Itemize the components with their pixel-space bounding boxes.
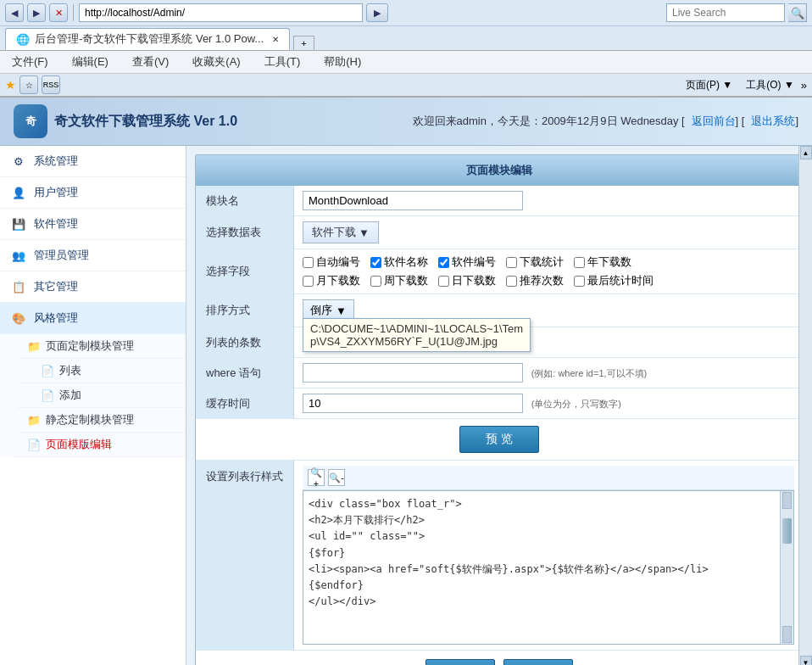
cb-download-stat-input[interactable] [506,257,517,268]
style-icon: 🎨 [10,310,27,327]
table-value: 软件下载 ▼ [294,216,804,249]
cb-week-download[interactable]: 周下载数 [370,273,428,288]
back-button[interactable]: ◀ [5,3,24,22]
search-box[interactable] [666,3,785,22]
code-toolbar: 🔍+ 🔍- [303,466,794,490]
cb-auto-num[interactable]: 自动编号 [303,254,360,270]
browser-toolbar2: ★ ☆ RSS 页面(P) ▼ 工具(O) ▼ » [0,74,812,97]
browser-tab-main[interactable]: 🌐 后台管理-奇文软件下载管理系统 Ver 1.0 Pow... ✕ [5,28,290,50]
checkbox-row1: 自动编号 软件名称 软件编号 下载统计 年下载数 [303,254,794,270]
sidebar-item-style[interactable]: 🎨 风格管理 [0,303,186,334]
cb-recommend-input[interactable] [506,276,517,287]
scroll-up-arrow[interactable]: ▲ [800,146,812,159]
cb-year-download[interactable]: 年下载数 [574,254,631,270]
module-name-label: 模块名 [196,186,294,216]
sidebar-sub-static-module[interactable]: 📁 静态定制模块管理 [17,408,186,433]
search-go-button[interactable]: 🔍 [788,3,807,22]
add-icon: 📄 [41,389,54,402]
sidebar-item-admin[interactable]: 👥 管理员管理 [0,240,186,271]
module-name-row: 模块名 [196,186,803,216]
sidebar-item-system[interactable]: ⚙ 系统管理 [0,146,186,177]
admin-icon: 👥 [10,247,27,264]
sort-dropdown-icon: ▼ [336,305,347,317]
more-options[interactable]: » [801,79,807,92]
logo-icon: 奇 [14,104,47,138]
menu-edit[interactable]: 编辑(E) [67,53,114,71]
cb-download-stat[interactable]: 下载统计 [506,254,564,270]
zoom-out-button[interactable]: 🔍- [328,469,345,486]
cb-last-stat[interactable]: 最后统计时间 [574,273,653,288]
address-bar[interactable] [79,3,363,22]
cb-soft-name[interactable]: 软件名称 [370,254,428,270]
folder2-icon: 📁 [27,414,41,427]
content-area: 页面模块编辑 模块名 选择数据表 软 [186,146,812,665]
cb-soft-name-input[interactable] [370,257,381,268]
cb-day-download[interactable]: 日下载数 [438,273,496,288]
sidebar-item-user[interactable]: 👤 用户管理 [0,177,186,209]
code-editor-row: 设置列表行样式 🔍+ 🔍- [196,461,803,651]
favorites-button[interactable]: ☆ [19,75,38,94]
sidebar-item-software[interactable]: 💾 软件管理 [0,209,186,240]
cb-month-download[interactable]: 月下载数 [303,273,360,288]
page-label: 页面(P) ▼ [686,78,732,92]
where-label: where 语句 [196,358,294,388]
cb-month-download-input[interactable] [303,276,314,287]
cb-week-download-input[interactable] [370,276,381,287]
cb-auto-num-input[interactable] [303,257,314,268]
checkbox-row2: 月下载数 周下载数 日下载数 推荐次数 最后统计时间 [303,273,794,288]
menu-help[interactable]: 帮助(H) [319,53,366,71]
right-scrollbar[interactable]: ▲ ▼ [798,146,812,665]
cb-soft-num[interactable]: 软件编号 [438,254,496,270]
table-select-btn[interactable]: 软件下载 ▼ [303,221,379,243]
sidebar-item-other[interactable]: 📋 其它管理 [0,271,186,303]
new-tab-button[interactable]: + [293,36,314,50]
sidebar-sub-page-template[interactable]: 📄 页面模版编辑 [17,433,186,457]
rss-button[interactable]: RSS [42,75,60,94]
cb-soft-name-label: 软件名称 [384,254,428,270]
software-icon: 💾 [10,215,27,232]
go-button[interactable]: ▶ [366,3,388,22]
btn-row: 保 存 返 回 [196,651,803,665]
scroll-down-arrow[interactable]: ▼ [800,656,812,665]
module-name-input[interactable] [303,191,523,210]
menu-favorites[interactable]: 收藏夹(A) [187,53,245,71]
scroll-thumb[interactable] [782,518,792,544]
cb-recommend[interactable]: 推荐次数 [506,273,564,288]
save-button[interactable]: 保 存 [425,659,495,665]
editor-header: 页面模块编辑 [196,155,803,186]
sidebar-sub-list[interactable]: 📄 列表 [17,359,186,383]
sort-label: 排序方式 [196,294,294,327]
other-icon: 📋 [10,278,27,295]
cache-row: 缓存时间 (单位为分，只写数字) [196,388,803,419]
where-input[interactable] [303,363,523,383]
code-scrollbar[interactable] [780,491,793,644]
forward-button[interactable]: ▶ [27,3,46,22]
preview-button[interactable]: 预 览 [459,426,539,453]
logout-link[interactable]: 退出系统 [751,115,795,127]
cb-soft-num-input[interactable] [438,257,449,268]
code-textarea[interactable] [303,491,780,644]
cb-year-download-input[interactable] [574,257,585,268]
cache-input[interactable] [303,394,523,413]
sidebar-sub-page-module[interactable]: 📁 页面定制模块管理 [17,334,186,359]
cb-day-download-input[interactable] [438,276,449,287]
filepath-tooltip: C:\DOCUME~1\ADMINI~1\LOCALS~1\Tem p\VS4_… [303,318,531,352]
menu-file[interactable]: 文件(F) [7,53,53,71]
menu-tools[interactable]: 工具(T) [259,53,306,71]
cb-last-stat-input[interactable] [574,276,585,287]
tab-title: 后台管理-奇文软件下载管理系统 Ver 1.0 Pow... [35,31,264,47]
menu-bar: 文件(F) 编辑(E) 查看(V) 收藏夹(A) 工具(T) 帮助(H) [0,51,812,74]
tab-close[interactable]: ✕ [272,35,279,44]
template-icon: 📄 [27,439,41,451]
stop-button[interactable]: ✕ [49,3,68,22]
menu-view[interactable]: 查看(V) [127,53,174,71]
sidebar-sub-add[interactable]: 📄 添加 [17,383,186,408]
cache-value: (单位为分，只写数字) [294,388,804,419]
form-table: 模块名 选择数据表 软件下载 ▼ [196,186,803,665]
zoom-in-button[interactable]: 🔍+ [308,469,325,486]
frontend-link[interactable]: 返回前台 [692,115,736,127]
return-button[interactable]: 返 回 [503,659,573,665]
fields-row: 选择字段 自动编号 软件名称 软件编号 下载统计 年下载数 月下载数 [196,249,803,294]
table-select-row: 选择数据表 软件下载 ▼ [196,216,803,249]
module-name-value [294,186,804,216]
